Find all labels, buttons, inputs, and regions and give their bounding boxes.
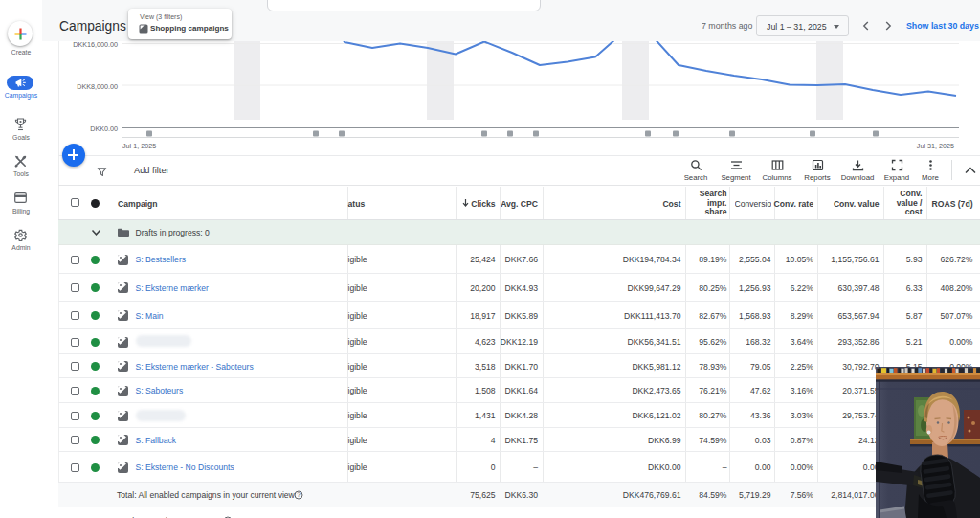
svg-text:?: ? — [297, 491, 301, 498]
